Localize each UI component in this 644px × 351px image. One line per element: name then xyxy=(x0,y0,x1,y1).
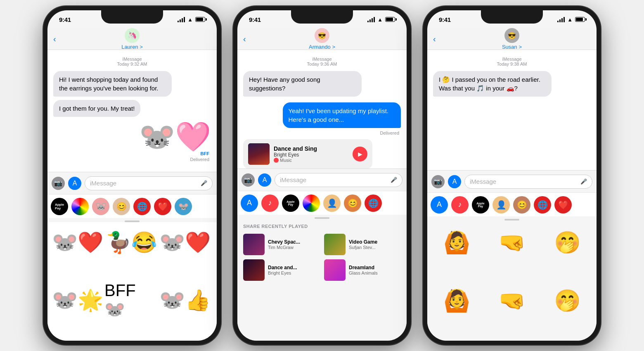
share-album-dreamland xyxy=(324,259,346,281)
share-song-1: Chevy Spac... xyxy=(268,239,300,245)
back-button-3[interactable]: ‹ xyxy=(433,34,436,44)
share-song-3: Dance and... xyxy=(268,265,297,270)
tray-emoji-2[interactable]: 😊 xyxy=(344,194,361,212)
tray-applepay-2[interactable]: ApplePay xyxy=(282,194,299,212)
tray-globe-2[interactable]: 🌐 xyxy=(365,194,382,212)
sticker-4[interactable]: 🐭🌟 xyxy=(51,282,104,319)
tray-globe-1[interactable]: 🌐 xyxy=(133,198,151,215)
contact-name-1: Lauren > xyxy=(121,44,143,50)
tray-heart-1[interactable]: ❤️ xyxy=(154,198,171,215)
share-song-4: Dreamland xyxy=(349,265,378,270)
music-card[interactable]: Dance and Sing Bright Eyes Music ▶ xyxy=(243,139,372,168)
share-item-3[interactable]: Dance and... Bright Eyes xyxy=(243,259,320,281)
message-row-2: Hey! Have any good song suggestions? xyxy=(243,69,401,98)
share-item-4[interactable]: Dreamland Glass Animals xyxy=(324,259,401,281)
status-icons-2: ▲ xyxy=(367,17,395,23)
memoji-1[interactable]: 🙆 xyxy=(431,224,483,261)
sticker-6[interactable]: 🐭👍 xyxy=(158,282,212,319)
tray-music-3[interactable]: ♪ xyxy=(451,196,469,213)
tray-emoji-3[interactable]: 😊 xyxy=(513,196,530,213)
share-artist-3: Bright Eyes xyxy=(268,270,297,275)
mic-icon-3: 🎤 xyxy=(580,178,587,185)
share-info-4: Dreamland Glass Animals xyxy=(349,265,378,275)
appstore-button-2[interactable]: A xyxy=(258,173,271,187)
camera-button-3[interactable]: 📷 xyxy=(431,175,445,188)
tray-appstore-2[interactable]: A xyxy=(241,194,258,212)
music-info: Dance and Sing Bright Eyes Music xyxy=(274,145,348,163)
status-time-3: 9:41 xyxy=(439,16,451,23)
sticker-3[interactable]: 🐭❤️ xyxy=(158,224,212,261)
signal-icon-2 xyxy=(367,17,375,22)
back-button-1[interactable]: ‹ xyxy=(53,34,56,44)
share-item-2[interactable]: Video Game Sufjan Stev... xyxy=(324,234,401,255)
sticker-1[interactable]: 🐭❤️ xyxy=(51,224,104,261)
share-artist-1: Tim McGraw xyxy=(268,245,300,250)
camera-button-2[interactable]: 📷 xyxy=(242,173,255,187)
status-time-2: 9:41 xyxy=(249,16,261,23)
message-input-3[interactable]: iMessage 🎤 xyxy=(464,175,592,189)
bubble-playlist: Yeah! I've been updating my playlist. He… xyxy=(283,102,401,128)
messages-area-3: iMessage Today 9:38 AM I 🤔 I passed you … xyxy=(427,50,597,170)
input-placeholder-3: iMessage xyxy=(470,178,496,185)
contact-name-3: Susan > xyxy=(502,44,522,50)
tray-rainbow-1[interactable] xyxy=(71,198,89,215)
sticker-5[interactable]: BFF 🐭 xyxy=(104,282,158,319)
delivered-label-2: Delivered xyxy=(245,130,399,135)
wifi-icon-2: ▲ xyxy=(377,17,383,23)
nav-bar-3: ‹ 😎 Susan > xyxy=(427,28,597,50)
tray-avatar3[interactable]: 👤 xyxy=(492,196,510,213)
back-button-2[interactable]: ‹ xyxy=(243,34,246,44)
memoji-2[interactable]: 🤜 xyxy=(486,224,538,261)
music-source: Music xyxy=(274,158,348,163)
memoji-3[interactable]: 🤭 xyxy=(541,224,593,261)
appstore-button-3[interactable]: A xyxy=(448,175,461,188)
tray-applepay-3[interactable]: ApplePay xyxy=(472,196,489,213)
share-song-2: Video Game xyxy=(349,239,377,245)
sticker-area: 🐭🩷 BFF Delivered xyxy=(53,122,211,163)
contact-info-2[interactable]: 😎 Armando > xyxy=(309,28,335,50)
notch-1 xyxy=(101,10,163,24)
message-input-2[interactable]: iMessage 🎤 xyxy=(275,173,402,187)
bubble-received-1: Hi! I went shopping today and found the … xyxy=(53,71,172,97)
appstore-button-1[interactable]: A xyxy=(68,177,81,190)
contact-name-2: Armando > xyxy=(309,44,335,50)
memoji-4[interactable]: 🙆 xyxy=(431,282,483,320)
back-chevron-2: ‹ xyxy=(243,34,246,44)
message-input-1[interactable]: iMessage 🎤 xyxy=(85,176,213,190)
tray-music-2[interactable]: ♪ xyxy=(261,194,279,212)
share-item-1[interactable]: Chevy Spac... Tim McGraw xyxy=(243,234,320,255)
contact-info-1[interactable]: 🦄 Lauren > xyxy=(121,28,143,50)
tray-heart-3[interactable]: ❤️ xyxy=(554,196,572,213)
tray-globe-3[interactable]: 🌐 xyxy=(534,196,551,213)
sticker-2[interactable]: 🦆😂 xyxy=(104,224,158,261)
tray-extra-1[interactable]: 🐭 xyxy=(175,198,192,215)
apple-music-icon xyxy=(274,158,279,163)
mic-icon-2: 🎤 xyxy=(391,177,397,183)
tray-appstore-3[interactable]: A xyxy=(431,196,448,213)
imessage-label-2: iMessage Today 9:36 AM xyxy=(243,57,401,66)
delivered-label-1: Delivered xyxy=(190,157,209,162)
memoji-6[interactable]: 🤭 xyxy=(541,282,593,320)
tray-rainbow-2[interactable] xyxy=(303,194,320,212)
camera-button-1[interactable]: 📷 xyxy=(52,177,65,190)
tray-avatar2-2[interactable]: 👤 xyxy=(323,194,341,212)
play-button[interactable]: ▶ xyxy=(353,147,367,161)
tray-applepay-1[interactable]: ApplePay xyxy=(51,198,68,215)
phone-armando: 9:41 ▲ ‹ xyxy=(233,6,411,345)
nav-bar-2: ‹ 😎 Armando > xyxy=(237,28,407,50)
tray-mickey-1[interactable]: 🐭 xyxy=(92,198,109,215)
music-title: Dance and Sing xyxy=(274,145,348,152)
tray-emoji-1[interactable]: 😊 xyxy=(113,198,130,215)
share-section: SHARE RECENTLY PLAYED Chevy Spac... Tim … xyxy=(237,219,407,341)
back-chevron-3: ‹ xyxy=(433,34,436,44)
input-bar-1: 📷 A iMessage 🎤 xyxy=(47,172,217,194)
status-icons-1: ▲ xyxy=(178,17,205,23)
bubble-received-2: I got them for you. My treat! xyxy=(53,100,140,117)
memoji-5[interactable]: 🤜 xyxy=(486,282,538,320)
status-time-1: 9:41 xyxy=(59,16,71,23)
wifi-icon-3: ▲ xyxy=(567,17,573,23)
share-info-2: Video Game Sufjan Stev... xyxy=(349,239,377,250)
phone-lauren: 9:41 ▲ ‹ xyxy=(43,6,221,345)
contact-info-3[interactable]: 😎 Susan > xyxy=(502,28,522,50)
wifi-icon-1: ▲ xyxy=(187,17,193,23)
